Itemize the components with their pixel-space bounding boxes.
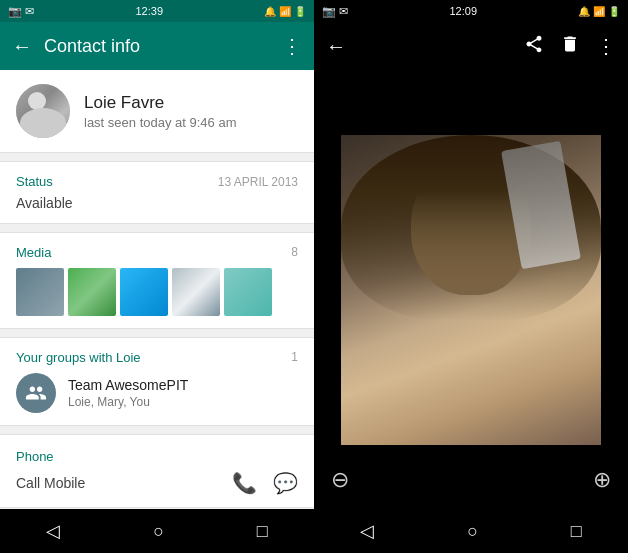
status-value: Available: [16, 195, 298, 211]
group-name: Team AwesomePIT: [68, 377, 188, 393]
zoom-out-button[interactable]: ⊖: [331, 467, 349, 493]
media-count: 8: [291, 245, 298, 260]
photo-view: ⊖ ⊕: [314, 70, 628, 509]
nav-back-left[interactable]: ◁: [46, 520, 60, 542]
status-label: Status: [16, 174, 53, 189]
delete-button[interactable]: [560, 34, 580, 59]
nav-bar-right: ◁ ○ □: [314, 509, 628, 553]
phone-label: Phone: [16, 449, 54, 464]
toolbar-right: ← ⋮: [314, 22, 628, 70]
zoom-in-button[interactable]: ⊕: [593, 467, 611, 493]
group-icon: [16, 373, 56, 413]
phone-section: Phone Call Mobile 📞 💬: [0, 434, 314, 508]
contact-photo: [341, 135, 601, 445]
media-section: Media 8: [0, 232, 314, 329]
avatar: [16, 84, 70, 138]
back-button[interactable]: ←: [12, 35, 32, 58]
groups-section: Your groups with Loie 1 Team AwesomePIT …: [0, 337, 314, 426]
group-members: Loie, Mary, You: [68, 395, 188, 409]
media-thumb-4[interactable]: [172, 268, 220, 316]
phone-actions: 📞 💬: [232, 471, 298, 495]
groups-count: 1: [291, 350, 298, 365]
status-bar-left: 📷 ✉ 12:39 🔔 📶 🔋: [0, 0, 314, 22]
toolbar-left: ← Contact info ⋮: [0, 22, 314, 70]
status-bar-right-time: 12:09: [449, 5, 477, 17]
toolbar-right-right: ⋮: [524, 34, 616, 59]
status-bar-left-icons: 📷 ✉: [8, 5, 34, 18]
status-bar-right-left-icons: 📷 ✉: [322, 5, 348, 18]
page-title: Contact info: [44, 36, 270, 57]
groups-label: Your groups with Loie: [16, 350, 141, 365]
left-panel: 📷 ✉ 12:39 🔔 📶 🔋 ← Contact info ⋮ Loie Fa…: [0, 0, 314, 553]
media-thumb-1[interactable]: [16, 268, 64, 316]
message-button[interactable]: 💬: [273, 471, 298, 495]
zoom-controls: ⊖ ⊕: [331, 467, 611, 493]
media-thumbnails: [16, 268, 298, 316]
share-button[interactable]: [524, 34, 544, 59]
hair-overlay: [341, 135, 601, 321]
group-info: Team AwesomePIT Loie, Mary, You: [68, 377, 188, 409]
media-thumb-3[interactable]: [120, 268, 168, 316]
nav-bar-left: ◁ ○ □: [0, 509, 314, 553]
status-bar-right: 📷 ✉ 12:09 🔔 📶 🔋: [314, 0, 628, 22]
right-panel: 📷 ✉ 12:09 🔔 📶 🔋 ← ⋮ ⊖: [314, 0, 628, 553]
contact-name: Loie Favre: [84, 93, 236, 113]
status-section: Status 13 APRIL 2013 Available: [0, 161, 314, 224]
more-options-button[interactable]: ⋮: [282, 34, 302, 58]
call-mobile-label: Call Mobile: [16, 475, 85, 491]
nav-home-right[interactable]: ○: [467, 521, 478, 542]
media-thumb-5[interactable]: [224, 268, 272, 316]
last-seen: last seen today at 9:46 am: [84, 115, 236, 130]
group-item[interactable]: Team AwesomePIT Loie, Mary, You: [16, 373, 298, 413]
media-label: Media: [16, 245, 51, 260]
contact-header: Loie Favre last seen today at 9:46 am: [0, 70, 314, 153]
nav-recents-right[interactable]: □: [571, 521, 582, 542]
more-options-right[interactable]: ⋮: [596, 34, 616, 58]
nav-home-left[interactable]: ○: [153, 521, 164, 542]
phone-row: Call Mobile 📞 💬: [16, 471, 298, 495]
call-button[interactable]: 📞: [232, 471, 257, 495]
back-button-right[interactable]: ←: [326, 35, 346, 58]
media-thumb-2[interactable]: [68, 268, 116, 316]
status-bar-right-right-icons: 🔔 📶 🔋: [578, 6, 620, 17]
toolbar-right-left: ←: [326, 35, 346, 58]
status-date: 13 APRIL 2013: [218, 175, 298, 189]
status-bar-left-time: 12:39: [135, 5, 163, 17]
status-bar-left-right-icons: 🔔 📶 🔋: [264, 6, 306, 17]
nav-back-right[interactable]: ◁: [360, 520, 374, 542]
contact-info-text: Loie Favre last seen today at 9:46 am: [84, 93, 236, 130]
nav-recents-left[interactable]: □: [257, 521, 268, 542]
